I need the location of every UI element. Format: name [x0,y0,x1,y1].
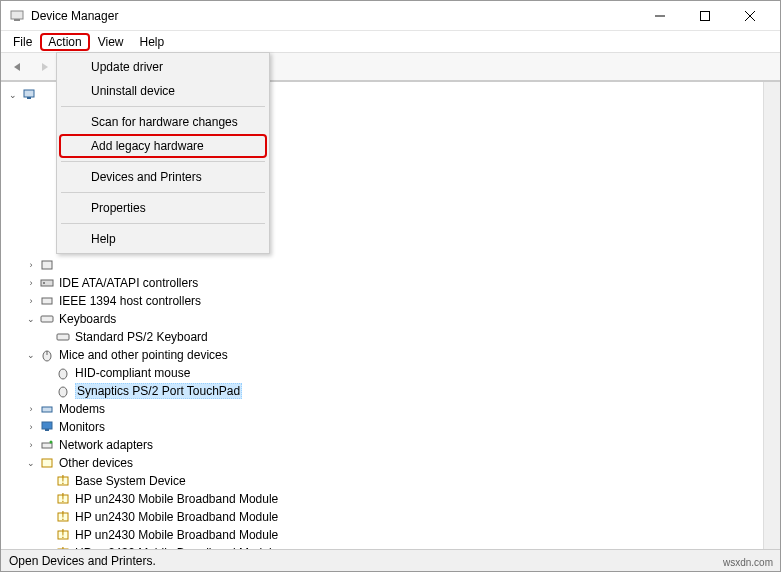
menubar: File Action View Help [1,31,780,53]
svg-text:!: ! [61,528,64,541]
tree-item-label: IEEE 1394 host controllers [59,294,201,308]
action-dropdown-menu: Update driver Uninstall device Scan for … [56,52,270,254]
menu-scan-hardware[interactable]: Scan for hardware changes [59,110,267,134]
chevron-right-icon[interactable]: › [25,403,37,415]
svg-point-18 [59,369,67,379]
tree-item-synaptics-touchpad[interactable]: Synaptics PS/2 Port TouchPad [1,382,780,400]
menu-action[interactable]: Action [40,33,89,51]
vertical-scrollbar[interactable] [763,82,780,549]
back-button[interactable] [5,56,29,78]
tree-item-label: Modems [59,402,105,416]
minimize-button[interactable] [637,2,682,30]
svg-text:!: ! [61,510,64,523]
forward-button[interactable] [33,56,57,78]
menu-devices-printers[interactable]: Devices and Printers [59,165,267,189]
tree-item-hp-broadband[interactable]: ! HP un2430 Mobile Broadband Module [1,544,780,549]
chevron-down-icon[interactable]: ⌄ [25,313,37,325]
network-icon [39,437,55,453]
warning-device-icon: ! [55,509,71,525]
svg-point-19 [59,387,67,397]
tree-item-keyboards[interactable]: ⌄ Keyboards [1,310,780,328]
tree-item-label: HP un2430 Mobile Broadband Module [75,528,278,542]
maximize-button[interactable] [682,2,727,30]
tree-item-label: HID-compliant mouse [75,366,190,380]
menu-uninstall-device[interactable]: Uninstall device [59,79,267,103]
tree-item-label: HP un2430 Mobile Broadband Module [75,492,278,506]
tree-item-label: Monitors [59,420,105,434]
tree-item-ide[interactable]: › IDE ATA/ATAPI controllers [1,274,780,292]
tree-item-hid-mouse[interactable]: HID-compliant mouse [1,364,780,382]
tree-item-hid-last[interactable]: › hidden [1,256,780,274]
warning-device-icon: ! [55,473,71,489]
menu-properties[interactable]: Properties [59,196,267,220]
tree-item-modems[interactable]: › Modems [1,400,780,418]
app-icon [9,8,25,24]
menu-separator [61,192,265,193]
close-button[interactable] [727,2,772,30]
tree-item-mice[interactable]: ⌄ Mice and other pointing devices [1,346,780,364]
svg-point-24 [50,441,53,444]
menu-separator [61,106,265,107]
chevron-right-icon[interactable]: › [25,259,37,271]
chevron-down-icon[interactable]: ⌄ [7,89,19,101]
tree-item-ieee1394[interactable]: › IEEE 1394 host controllers [1,292,780,310]
svg-rect-21 [42,422,52,429]
statusbar: Open Devices and Printers. [1,549,780,571]
storage-controller-icon [39,275,55,291]
modem-icon [39,401,55,417]
menu-file[interactable]: File [5,33,40,51]
menu-add-legacy-hardware[interactable]: Add legacy hardware [59,134,267,158]
titlebar: Device Manager [1,1,780,31]
tree-item-network[interactable]: › Network adapters [1,436,780,454]
tree-item-monitors[interactable]: › Monitors [1,418,780,436]
tree-item-base-system[interactable]: ! Base System Device [1,472,780,490]
window-title: Device Manager [31,9,637,23]
monitor-icon [39,419,55,435]
tree-item-hp-broadband[interactable]: ! HP un2430 Mobile Broadband Module [1,508,780,526]
menu-separator [61,161,265,162]
menu-update-driver[interactable]: Update driver [59,55,267,79]
svg-rect-22 [45,429,49,431]
svg-rect-1 [14,19,20,21]
tree-item-label: Keyboards [59,312,116,326]
svg-rect-7 [27,97,31,99]
computer-icon [21,87,37,103]
chevron-right-icon[interactable]: › [25,277,37,289]
tree-item-other-devices[interactable]: ⌄ Other devices [1,454,780,472]
menu-view[interactable]: View [90,33,132,51]
svg-rect-0 [11,11,23,19]
keyboard-icon [55,329,71,345]
tree-item-label: HP un2430 Mobile Broadband Module [75,546,278,549]
tree-item-label: HP un2430 Mobile Broadband Module [75,510,278,524]
tree-item-label: Standard PS/2 Keyboard [75,330,208,344]
tree-item-hp-broadband[interactable]: ! HP un2430 Mobile Broadband Module [1,526,780,544]
chevron-right-icon[interactable]: › [25,295,37,307]
warning-device-icon: ! [55,491,71,507]
svg-text:!: ! [61,474,64,487]
chevron-right-icon[interactable]: › [25,439,37,451]
svg-rect-12 [41,316,53,322]
statusbar-text: Open Devices and Printers. [9,554,156,568]
unknown-device-icon [39,455,55,471]
svg-rect-25 [42,459,52,467]
svg-rect-6 [24,90,34,97]
firewire-icon [39,293,55,309]
svg-rect-20 [42,407,52,412]
svg-text:!: ! [61,492,64,505]
tree-item-label: IDE ATA/ATAPI controllers [59,276,198,290]
svg-rect-9 [41,280,53,286]
chevron-down-icon[interactable]: ⌄ [25,349,37,361]
chevron-down-icon[interactable]: ⌄ [25,457,37,469]
keyboard-icon [39,311,55,327]
svg-rect-15 [57,334,69,340]
tree-item-hp-broadband[interactable]: ! HP un2430 Mobile Broadband Module [1,490,780,508]
menu-help[interactable]: Help [59,227,267,251]
tree-item-label: Network adapters [59,438,153,452]
chevron-right-icon[interactable]: › [25,421,37,433]
menu-separator [61,223,265,224]
warning-device-icon: ! [55,545,71,549]
tree-item-ps2-keyboard[interactable]: Standard PS/2 Keyboard [1,328,780,346]
svg-rect-23 [42,443,52,448]
menu-help[interactable]: Help [132,33,173,51]
svg-text:!: ! [61,546,64,549]
